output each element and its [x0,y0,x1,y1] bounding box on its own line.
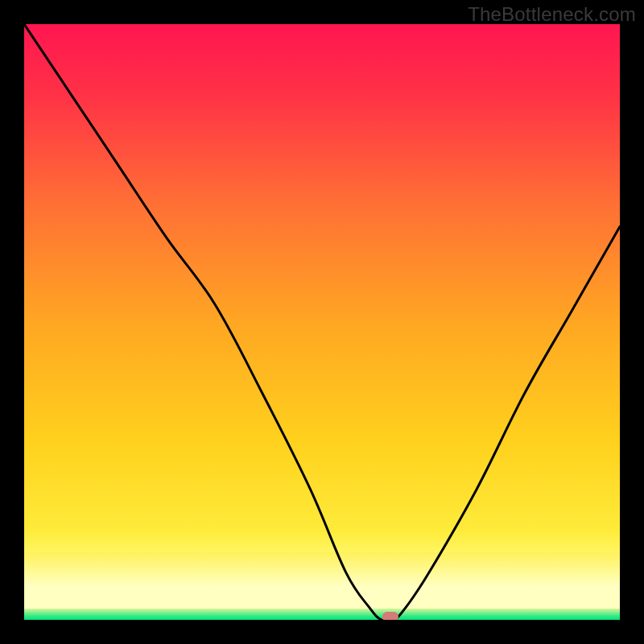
chart-container: TheBottleneck.com [0,0,644,644]
bottleneck-curve [24,24,620,620]
plot-area [24,24,620,620]
watermark-text: TheBottleneck.com [468,3,636,26]
minimum-marker [382,612,398,620]
